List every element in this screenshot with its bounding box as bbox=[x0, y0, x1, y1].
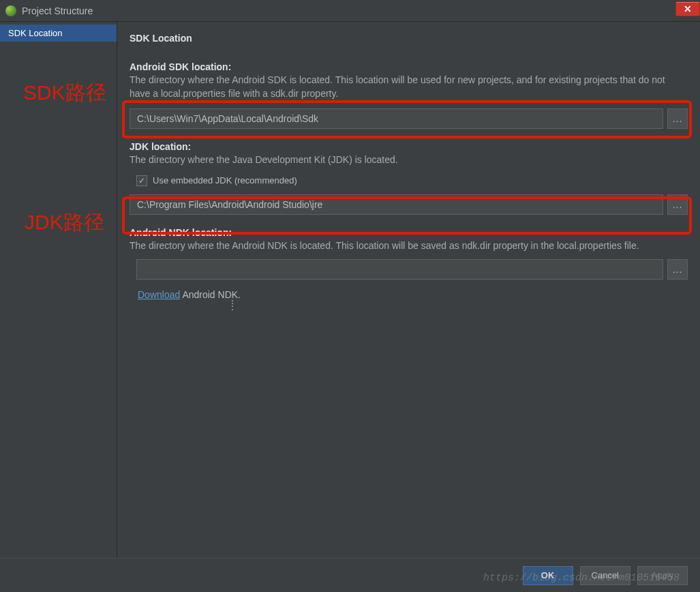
window-title: Project Structure bbox=[22, 5, 93, 16]
jdk-path-input[interactable] bbox=[130, 194, 663, 215]
sidebar: SDK Location bbox=[0, 22, 117, 558]
sidebar-item-sdk-location[interactable]: SDK Location bbox=[0, 25, 117, 42]
jdk-section: JDK location: The directory where the Ja… bbox=[130, 141, 688, 215]
jdk-embedded-label: Use embedded JDK (recommended) bbox=[153, 175, 297, 186]
app-icon bbox=[5, 5, 16, 16]
sdk-desc: The directory where the Android SDK is l… bbox=[130, 74, 688, 100]
main-panel: SDK Location Android SDK location: The d… bbox=[117, 22, 700, 558]
jdk-label: JDK location: bbox=[130, 141, 688, 152]
sdk-label: Android SDK location: bbox=[130, 61, 688, 72]
jdk-desc: The directory where the Java Development… bbox=[130, 153, 688, 167]
jdk-browse-button[interactable]: ... bbox=[667, 194, 688, 215]
ok-button[interactable]: OK bbox=[523, 566, 573, 585]
apply-button[interactable]: Apply bbox=[637, 566, 688, 585]
ndk-section: Android NDK location: The directory wher… bbox=[130, 227, 688, 301]
page-title: SDK Location bbox=[130, 29, 688, 59]
titlebar: Project Structure ✕ bbox=[0, 0, 700, 22]
sdk-browse-button[interactable]: ... bbox=[667, 108, 688, 129]
close-button[interactable]: ✕ bbox=[675, 1, 700, 16]
jdk-embedded-row[interactable]: ✓ Use embedded JDK (recommended) bbox=[136, 175, 688, 186]
close-icon: ✕ bbox=[684, 3, 692, 14]
sidebar-item-label: SDK Location bbox=[8, 28, 63, 38]
ndk-browse-button[interactable]: ... bbox=[667, 259, 688, 280]
ndk-download-link[interactable]: Download bbox=[138, 289, 180, 300]
ndk-label: Android NDK location: bbox=[130, 227, 688, 238]
button-bar: OK Cancel Apply bbox=[0, 558, 700, 592]
cancel-button[interactable]: Cancel bbox=[580, 566, 630, 585]
sdk-section: Android SDK location: The directory wher… bbox=[130, 61, 688, 129]
ndk-download-row: Download Android NDK. bbox=[138, 289, 688, 300]
sdk-path-input[interactable] bbox=[130, 108, 663, 129]
jdk-embedded-checkbox[interactable]: ✓ bbox=[136, 175, 147, 186]
ndk-path-input[interactable] bbox=[136, 259, 663, 280]
dialog-body: SDK Location SDK Location Android SDK lo… bbox=[0, 22, 700, 558]
splitter-handle[interactable] bbox=[232, 296, 236, 311]
ndk-desc: The directory where the Android NDK is l… bbox=[130, 239, 688, 253]
